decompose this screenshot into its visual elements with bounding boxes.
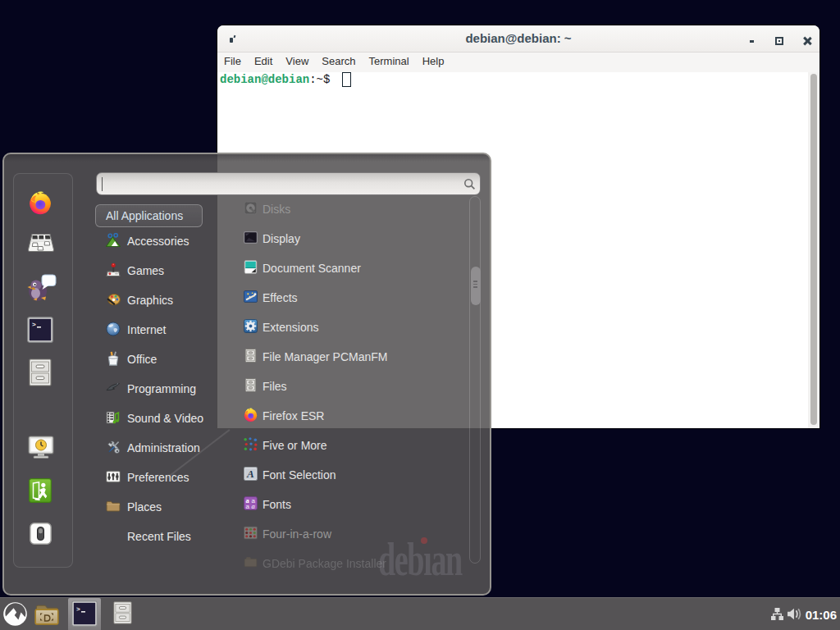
svg-text:a: a [245, 503, 249, 510]
svg-text:a: a [252, 502, 255, 510]
svg-text:>: > [32, 321, 36, 328]
svg-text:A: A [246, 468, 254, 480]
svg-text:>: > [76, 605, 80, 613]
